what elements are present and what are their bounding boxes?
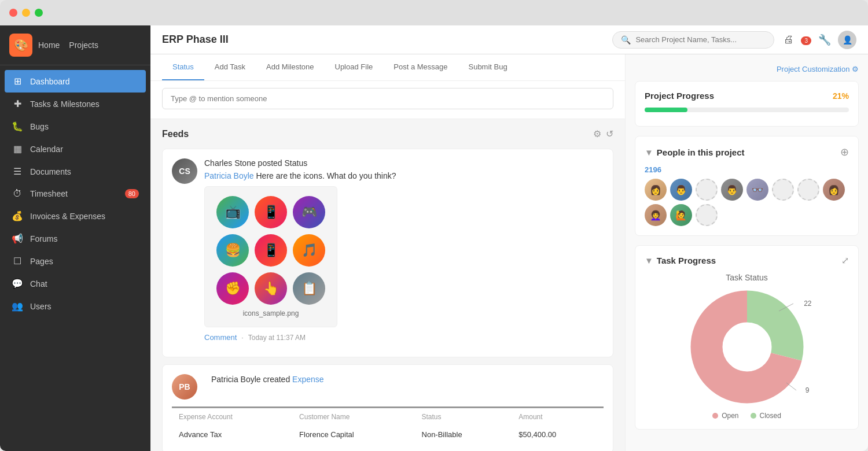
sidebar-item-timesheet[interactable]: ⏱ Timesheet 80 <box>0 183 150 205</box>
open-dot <box>712 413 718 419</box>
expand-icon[interactable]: ⊕ <box>840 146 849 158</box>
collapse-icon[interactable]: ▼ <box>645 256 653 265</box>
sidebar-item-label: Users <box>30 302 52 311</box>
timesheet-icon: ⏱ <box>12 188 23 199</box>
action-tabs: Status Add Task Add Milestone Upload Fil… <box>150 54 625 81</box>
icon-cell: 🍔 <box>216 234 249 267</box>
app-body: 🎨 Home Projects ⊞ Dashboard ✚ Tasks & Mi… <box>0 25 868 451</box>
people-avatar: 🙋 <box>670 204 692 226</box>
feed-avatar-charles: CS <box>172 158 197 184</box>
people-section: ▼ People in this project ⊕ 2196 👩 👨 <box>635 136 859 236</box>
sidebar-item-bugs[interactable]: 🐛 Bugs <box>0 115 150 138</box>
notifications-icon[interactable]: 3 <box>801 34 811 46</box>
tab-add-milestone[interactable]: Add Milestone <box>256 54 324 80</box>
wrench-icon[interactable]: 🔧 <box>818 34 831 46</box>
comment-link[interactable]: Comment <box>204 333 237 342</box>
feed-footer: Comment · Today at 11:37 AM <box>204 333 604 342</box>
customer-name-header: Customer Name <box>292 408 414 426</box>
fullscreen-icon[interactable]: ⤢ <box>841 255 849 266</box>
sidebar-item-invoices[interactable]: 💰 Invoices & Expenses <box>0 205 150 227</box>
feed-separator: · <box>241 334 243 342</box>
forums-icon: 📢 <box>12 233 23 244</box>
project-progress-title: Project Progress <box>645 91 714 101</box>
chat-icon: 💬 <box>12 278 23 289</box>
history-icon[interactable]: ↺ <box>606 128 613 139</box>
people-avatar: 👨 <box>670 179 692 201</box>
project-progress-section: Project Progress 21% <box>635 81 859 127</box>
sidebar-item-calendar[interactable]: ▦ Calendar <box>0 138 150 160</box>
feed-mention-link[interactable]: Patricia Boyle <box>204 171 254 180</box>
sidebar-item-forums[interactable]: 📢 Forums <box>0 227 150 250</box>
feeds-header: Feeds ⚙ ↺ <box>162 128 613 139</box>
collapse-icon[interactable]: ▼ <box>645 147 653 157</box>
timesheet-badge: 80 <box>125 189 139 198</box>
sidebar-item-label: Invoices & Expenses <box>30 212 105 221</box>
people-avatar-placeholder <box>772 179 794 201</box>
sidebar-home-link[interactable]: Home <box>38 40 60 50</box>
expense-feed-header: PB Patricia Boyle created Expense <box>172 374 604 400</box>
task-progress-title: ▼ Task Progress <box>645 256 716 265</box>
people-avatar: 👩 <box>823 179 845 201</box>
project-progress-header: Project Progress 21% <box>645 91 849 101</box>
task-status-label: Task Status <box>645 273 849 282</box>
feed-meta: Charles Stone posted Status <box>204 158 604 168</box>
search-box[interactable]: 🔍 <box>612 31 774 49</box>
status-input[interactable] <box>162 88 613 109</box>
task-progress-header: ▼ Task Progress ⤢ <box>645 255 849 266</box>
expense-account-header: Expense Account <box>172 408 292 426</box>
project-progress-bar <box>645 108 849 112</box>
search-input[interactable] <box>635 35 751 44</box>
calendar-icon: ▦ <box>12 143 23 154</box>
tab-add-task[interactable]: Add Task <box>204 54 256 80</box>
feeds-section: Feeds ⚙ ↺ CS <box>150 119 625 451</box>
documents-icon: ☰ <box>12 166 23 177</box>
donut-svg <box>689 289 805 405</box>
expense-table: Expense Account Customer Name Status Amo… <box>172 406 604 443</box>
tab-status[interactable]: Status <box>162 54 204 80</box>
project-progress-fill <box>645 108 687 112</box>
sidebar-item-chat[interactable]: 💬 Chat <box>0 272 150 295</box>
sidebar-item-label: Forums <box>30 234 57 243</box>
topbar: ERP Phase III 🔍 🖨 3 🔧 👤 <box>150 25 868 54</box>
sidebar-projects-link[interactable]: Projects <box>69 40 98 50</box>
feed-item-header: CS Charles Stone posted Status Patricia … <box>172 158 604 342</box>
user-avatar[interactable]: 👤 <box>838 31 856 49</box>
page-title: ERP Phase III <box>162 34 603 46</box>
people-avatar-placeholder <box>696 179 718 201</box>
sidebar-item-documents[interactable]: ☰ Documents <box>0 160 150 183</box>
tasks-icon: ✚ <box>12 98 23 109</box>
sidebar-nav: ⊞ Dashboard ✚ Tasks & Milestones 🐛 Bugs … <box>0 65 150 451</box>
sidebar-item-label: Tasks & Milestones <box>30 99 100 109</box>
icon-grid: 📺 📱 🎮 🍔 📱 🎵 ✊ 👆 � <box>216 196 325 305</box>
minimize-button[interactable] <box>22 9 30 17</box>
project-customization-link[interactable]: Project Customization ⚙ <box>777 65 859 73</box>
expense-account-value: Advance Tax <box>172 426 292 443</box>
tab-submit-bug[interactable]: Submit Bug <box>458 54 517 80</box>
feed-filename: icons_sample.png <box>216 309 325 317</box>
icon-cell: ✊ <box>216 272 249 305</box>
project-customization: Project Customization ⚙ <box>635 64 859 74</box>
feeds-actions: ⚙ ↺ <box>593 128 613 139</box>
chart-legend: Open Closed <box>645 412 849 420</box>
project-progress-pct: 21% <box>833 91 849 101</box>
sidebar-item-pages[interactable]: ☐ Pages <box>0 250 150 272</box>
legend-open: Open <box>712 412 738 420</box>
feed-message: Patricia Boyle Here are the icons. What … <box>204 171 604 180</box>
expense-feed-item: PB Patricia Boyle created Expense <box>162 364 613 451</box>
sidebar-item-tasks[interactable]: ✚ Tasks & Milestones <box>0 93 150 115</box>
topbar-icons: 🖨 3 🔧 👤 <box>784 31 856 49</box>
print-icon[interactable]: 🖨 <box>784 34 794 46</box>
maximize-button[interactable] <box>35 9 43 17</box>
tab-post-message[interactable]: Post a Message <box>383 54 458 80</box>
tab-upload-file[interactable]: Upload File <box>325 54 384 80</box>
sidebar-item-users[interactable]: 👥 Users <box>0 295 150 317</box>
people-avatar: 👨 <box>721 179 743 201</box>
sidebar-item-label: Chat <box>30 279 47 289</box>
logo-icon: 🎨 <box>9 34 32 57</box>
sidebar-item-dashboard[interactable]: ⊞ Dashboard <box>5 70 146 93</box>
settings-icon[interactable]: ⚙ <box>593 128 601 139</box>
feed-image-container: 📺 📱 🎮 🍔 📱 🎵 ✊ 👆 � <box>204 186 337 327</box>
close-button[interactable] <box>9 9 17 17</box>
expense-link[interactable]: Expense <box>292 375 323 384</box>
feed-action: posted Status <box>258 158 308 168</box>
